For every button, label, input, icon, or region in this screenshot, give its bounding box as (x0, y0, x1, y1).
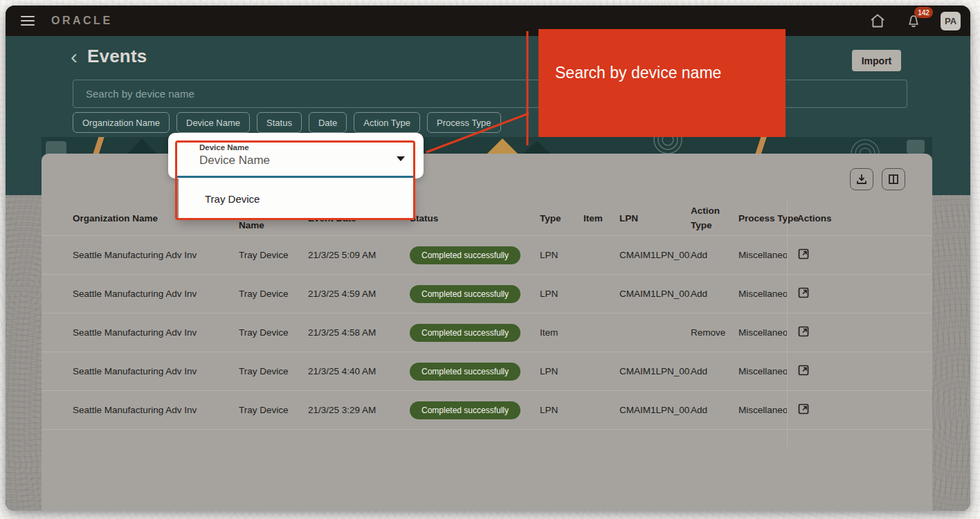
cell-process-type: Miscellaneous (738, 250, 787, 260)
cell-status: Completed successfully (410, 363, 540, 381)
cell-type: Item (540, 327, 583, 338)
cell-actions (787, 325, 932, 340)
cell-type: LPN (540, 405, 583, 415)
search-input[interactable] (73, 80, 907, 108)
cell-organization: Seattle Manufacturing Adv Inv (73, 405, 239, 415)
cell-organization: Seattle Manufacturing Adv Inv (73, 289, 239, 299)
user-avatar[interactable]: PA (941, 12, 961, 30)
import-button[interactable]: Import (852, 50, 901, 71)
chip-process-type[interactable]: Process Type (427, 112, 501, 133)
page-title: Events (87, 46, 147, 67)
open-in-new-icon[interactable] (797, 248, 810, 260)
col-header-lpn[interactable]: LPN (619, 213, 691, 224)
cell-event-date: 21/3/25 4:59 AM (308, 289, 410, 299)
cell-device-name: Tray Device (239, 366, 308, 376)
status-badge: Completed successfully (410, 285, 520, 303)
cell-event-date: 21/3/25 3:29 AM (308, 405, 410, 415)
chip-status[interactable]: Status (257, 112, 302, 133)
open-in-new-icon[interactable] (797, 364, 810, 376)
chip-date[interactable]: Date (309, 112, 347, 133)
topbar: ORACLE 142 PA (6, 6, 970, 36)
dropdown-option-tray-device[interactable]: Tray Device (179, 193, 414, 205)
col-header-status[interactable]: Status (410, 213, 540, 224)
cell-status: Completed successfully (410, 285, 540, 303)
notification-count-badge: 142 (914, 7, 933, 18)
app-window: ORACLE 142 PA ‹ Events Import Organi (6, 6, 970, 511)
cell-action-type: Add (691, 250, 738, 260)
cell-type: LPN (540, 289, 583, 299)
table-header-row: Organization Name Device Name Event Date… (42, 201, 932, 236)
status-badge: Completed successfully (410, 401, 520, 419)
screenshot-frame: ORACLE 142 PA ‹ Events Import Organi (0, 0, 980, 519)
table-row[interactable]: Seattle Manufacturing Adv Inv Tray Devic… (42, 275, 932, 313)
home-icon[interactable] (869, 12, 887, 30)
cell-action-type: Add (691, 289, 738, 299)
cell-status: Completed successfully (410, 324, 540, 342)
status-badge: Completed successfully (410, 246, 520, 264)
cell-device-name: Tray Device (239, 405, 308, 415)
status-badge: Completed successfully (410, 363, 520, 381)
column-divider (787, 201, 788, 447)
chevron-down-icon[interactable] (397, 156, 405, 161)
cell-organization: Seattle Manufacturing Adv Inv (73, 327, 239, 338)
cell-device-name: Tray Device (239, 250, 308, 260)
col-header-actions: Actions (787, 213, 932, 224)
cell-organization: Seattle Manufacturing Adv Inv (73, 366, 239, 376)
col-header-item[interactable]: Item (583, 213, 619, 224)
cell-actions (787, 286, 932, 301)
cell-type: LPN (540, 250, 583, 260)
table-row[interactable]: Seattle Manufacturing Adv Inv Tray Devic… (42, 352, 932, 391)
device-name-dropdown-field[interactable]: Device Name Device Name (168, 133, 424, 179)
notifications-bell-icon[interactable]: 142 (905, 12, 923, 30)
manage-columns-button[interactable] (882, 168, 905, 190)
status-badge: Completed successfully (410, 324, 520, 342)
events-table: Organization Name Device Name Event Date… (42, 201, 932, 430)
cell-actions (787, 364, 932, 379)
cell-event-date: 21/3/25 4:40 AM (308, 366, 410, 376)
table-row[interactable]: Seattle Manufacturing Adv Inv Tray Devic… (42, 313, 932, 352)
cell-event-date: 21/3/25 4:58 AM (308, 327, 410, 338)
cell-device-name: Tray Device (239, 289, 308, 299)
cell-process-type: Miscellaneous (738, 405, 787, 415)
cell-process-type: Miscellaneous (738, 289, 787, 299)
table-row[interactable]: Seattle Manufacturing Adv Inv Tray Devic… (42, 236, 932, 275)
cell-actions (787, 403, 932, 417)
col-header-process-type[interactable]: Process Type (738, 213, 787, 224)
cell-lpn: CMAIM1LPN_001 (619, 289, 691, 299)
chip-organization-name[interactable]: Organization Name (73, 112, 170, 133)
cell-device-name: Tray Device (239, 327, 308, 338)
cell-process-type: Miscellaneous (738, 327, 787, 338)
cell-action-type: Add (691, 405, 738, 415)
dropdown-focus-underline (176, 176, 415, 178)
back-button[interactable]: ‹ (71, 47, 78, 66)
open-in-new-icon[interactable] (797, 325, 810, 338)
dropdown-value: Device Name (199, 154, 270, 167)
cell-actions (787, 248, 932, 262)
cell-event-date: 21/3/25 5:09 AM (308, 250, 410, 260)
table-row[interactable]: Seattle Manufacturing Adv Inv Tray Devic… (42, 391, 932, 430)
chip-device-name[interactable]: Device Name (176, 112, 250, 133)
chip-action-type[interactable]: Action Type (354, 112, 420, 133)
open-in-new-icon[interactable] (797, 403, 810, 415)
cell-organization: Seattle Manufacturing Adv Inv (73, 250, 239, 260)
events-table-panel: Organization Name Device Name Event Date… (42, 154, 932, 511)
table-body: Seattle Manufacturing Adv Inv Tray Devic… (42, 236, 932, 430)
dropdown-option-list: Tray Device (179, 179, 414, 219)
cell-status: Completed successfully (410, 246, 540, 264)
cell-lpn: CMAIM1LPN_001 (619, 366, 691, 376)
cell-type: LPN (540, 366, 583, 376)
cell-action-type: Remove (691, 327, 738, 338)
cell-status: Completed successfully (410, 401, 540, 419)
dropdown-label: Device Name (199, 143, 249, 152)
col-header-type[interactable]: Type (540, 213, 583, 224)
cell-action-type: Add (691, 366, 738, 376)
download-button[interactable] (850, 168, 873, 190)
open-in-new-icon[interactable] (797, 286, 810, 299)
hamburger-menu-icon[interactable] (21, 16, 35, 26)
cell-lpn: CMAIM1LPN_001 (619, 250, 691, 260)
col-header-action-type[interactable]: Action Type (691, 203, 738, 233)
filter-chip-row: Organization Name Device Name Status Dat… (73, 112, 501, 133)
cell-process-type: Miscellaneous (738, 366, 787, 376)
oracle-logo: ORACLE (51, 15, 113, 27)
cell-lpn: CMAIM1LPN_001 (619, 405, 691, 415)
